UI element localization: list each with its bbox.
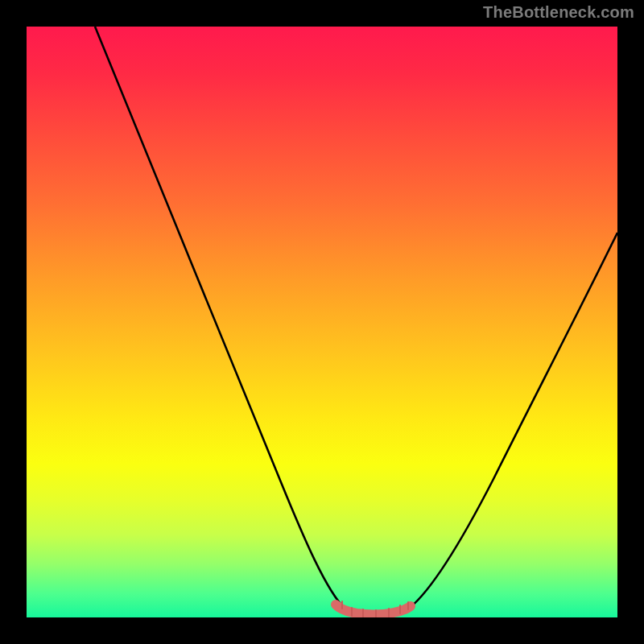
chart-svg (27, 27, 617, 617)
chart-frame: TheBottleneck.com (0, 0, 644, 644)
watermark-text: TheBottleneck.com (483, 3, 634, 22)
plot-area (27, 27, 617, 617)
bottleneck-curve (95, 27, 617, 615)
